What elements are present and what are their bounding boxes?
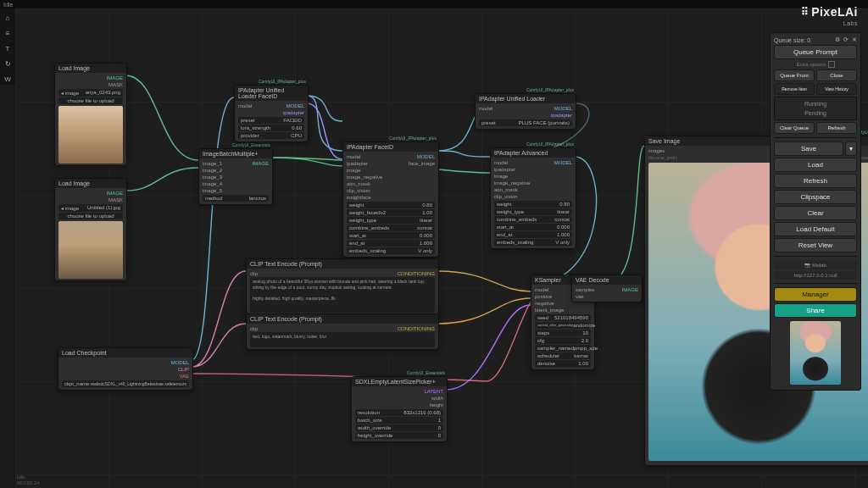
neg-prompt-text[interactable]: text, logo, watermark, blurry, noise, bl… <box>250 332 435 347</box>
node-title: KSampler <box>535 277 561 283</box>
node-clip-negative[interactable]: CLIP Text Encode (Prompt) clipCONDITIONI… <box>246 313 439 350</box>
reset-icon[interactable]: ⟳ <box>843 36 849 42</box>
upload-button[interactable]: choose file to upload <box>58 97 123 104</box>
node-title: SDXLEmptyLatentSizePicker+ <box>355 379 436 385</box>
queue-size-label: Queue size: <box>774 37 805 43</box>
logo-subtext: Labs <box>843 20 858 26</box>
running-label: Running <box>776 99 854 108</box>
node-title: VAE Decode <box>576 277 609 283</box>
close-icon[interactable]: ✕ <box>852 36 857 42</box>
logo-icon: ⠿ <box>801 6 808 18</box>
node-title: Load Image <box>58 180 90 186</box>
method-field[interactable]: methodlanczos <box>203 195 269 202</box>
left-toolbar: ⌂ ≡ T ↻ W <box>0 8 15 85</box>
node-ipadapter-loader[interactable]: ComfyUI_IPAdapter_plus IPAdapter Unified… <box>475 93 576 130</box>
top-bar: Idle <box>0 0 868 8</box>
mode-label: Idle <box>0 2 13 8</box>
node-title: IPAdapter Unified Loader FaceID <box>238 87 304 99</box>
reset-view-button[interactable]: Reset View <box>774 238 857 252</box>
footer-stats: Idle 65/180.24 <box>17 474 40 486</box>
pending-label: Pending <box>776 108 854 118</box>
logo-text: PixeLAi <box>811 5 858 19</box>
prompt-text[interactable]: analog photo of a beautiful 30yo woman w… <box>250 277 435 313</box>
node-package: ComfyUI_IPAdapter_plus <box>526 87 574 92</box>
node-title: Load Checkpoint <box>62 350 107 356</box>
server-link[interactable]: http://127.0.0.1:null <box>774 271 857 280</box>
node-title: Load Image <box>58 65 90 71</box>
mixlab-badge[interactable]: 📷 Mixlab <box>774 260 857 269</box>
upload-button[interactable]: choose file to upload <box>58 213 123 219</box>
node-package: ComfyUI_Essentials <box>407 370 445 375</box>
queue-prompt-button[interactable]: Queue Prompt <box>774 45 857 59</box>
home-button[interactable]: ⌂ <box>2 12 14 24</box>
node-faceid-loader[interactable]: ComfyUI_IPAdapter_plus IPAdapter Unified… <box>234 85 309 142</box>
clear-queue-button[interactable]: Clear Queue <box>774 122 815 134</box>
history-thumbnail[interactable] <box>790 321 841 385</box>
file-field[interactable]: ◂ imageUntitled (1).jpg <box>58 204 123 212</box>
manager-button[interactable]: Manager <box>774 287 857 302</box>
node-title: Save Image <box>648 138 680 144</box>
file-field[interactable]: ◂ imageanya_0243.png <box>58 89 123 97</box>
share-button[interactable]: Share <box>774 303 857 318</box>
view-history-button[interactable]: View History <box>816 83 857 95</box>
load-default-button[interactable]: Load Default <box>774 222 857 236</box>
clipspace-button[interactable]: Clipspace <box>774 190 857 204</box>
node-title: IPAdapter FaceID <box>347 144 393 150</box>
node-image-batch[interactable]: ComfyUI_Essentials ImageBatchMultiple+ i… <box>198 148 273 205</box>
app-logo: ⠿ PixeLAi Labs <box>801 5 858 19</box>
control-panel[interactable]: Queue size: 0 ⚙ ⟳ ✕ Queue Prompt Extra o… <box>770 32 861 391</box>
ckpt-field[interactable]: ckpt_namerealisticSDXL_v40_LightningBake… <box>62 380 189 387</box>
node-ipadapter-advanced[interactable]: ComfyUI_IPAdapter_plus IPAdapter Advance… <box>490 147 576 249</box>
node-title: IPAdapter Advanced <box>494 150 548 156</box>
node-package: ComfyUI_IPAdapter_plus <box>389 136 437 141</box>
port-mask: MASK <box>108 82 123 87</box>
refresh-button[interactable]: Refresh <box>774 174 857 188</box>
image-preview <box>58 221 123 279</box>
node-title: IPAdapter Unified Loader <box>479 96 545 102</box>
close-button[interactable]: Close <box>816 69 857 81</box>
node-title: CLIP Text Encode (Prompt) <box>250 261 322 267</box>
node-load-image-2[interactable]: Load Image IMAGE MASK ◂ imageUntitled (1… <box>54 178 127 281</box>
extra-options-label: Extra options <box>796 62 826 67</box>
extra-options-checkbox[interactable] <box>828 61 835 68</box>
node-latent-picker[interactable]: ComfyUI_Essentials SDXLEmptyLatentSizePi… <box>351 376 448 442</box>
menu-button[interactable]: ≡ <box>2 27 14 39</box>
image-preview <box>58 106 123 164</box>
node-title: CLIP Text Encode (Prompt) <box>250 316 322 322</box>
text-tool-button[interactable]: T <box>2 42 14 54</box>
node-ipadapter-faceid[interactable]: ComfyUI_IPAdapter_plus IPAdapter FaceID … <box>342 141 439 258</box>
node-clip-positive[interactable]: CLIP Text Encode (Prompt) clipCONDITIONI… <box>246 258 439 315</box>
reload-button[interactable]: ↻ <box>2 58 14 69</box>
port-image: IMAGE <box>107 191 123 196</box>
status-box: Running Pending <box>774 97 857 120</box>
save-button[interactable]: Save <box>774 141 843 156</box>
remove-item-button[interactable]: Remove Item <box>774 83 815 95</box>
node-load-checkpoint[interactable]: Load Checkpoint MODEL CLIP VAE ckpt_name… <box>58 347 193 391</box>
write-button[interactable]: W <box>2 73 14 85</box>
node-canvas[interactable]: Load Image IMAGE MASK ◂ imageanya_0243.p… <box>15 8 868 488</box>
clear-button[interactable]: Clear <box>774 206 857 220</box>
save-dropdown[interactable]: ▾ <box>845 141 857 156</box>
settings-icon[interactable]: ⚙ <box>835 36 840 42</box>
node-package: ComfyUI_IPAdapter_plus <box>259 79 306 84</box>
load-button[interactable]: Load <box>774 158 857 172</box>
port-mask: MASK <box>108 197 123 202</box>
port-image: IMAGE <box>107 75 123 80</box>
node-package: ComfyUI_IPAdapter_plus <box>526 141 574 147</box>
node-package: ComfyUI_Essentials <box>232 142 270 147</box>
refresh-queue-button[interactable]: Refresh <box>816 122 857 134</box>
node-title: ImageBatchMultiple+ <box>203 151 259 157</box>
node-load-image-1[interactable]: Load Image IMAGE MASK ◂ imageanya_0243.p… <box>54 63 127 166</box>
queue-size-value: 0 <box>807 37 810 43</box>
node-vae-decode[interactable]: VAE Decode samplesIMAGE vae <box>571 274 643 302</box>
queue-front-button[interactable]: Queue Front <box>774 69 815 81</box>
